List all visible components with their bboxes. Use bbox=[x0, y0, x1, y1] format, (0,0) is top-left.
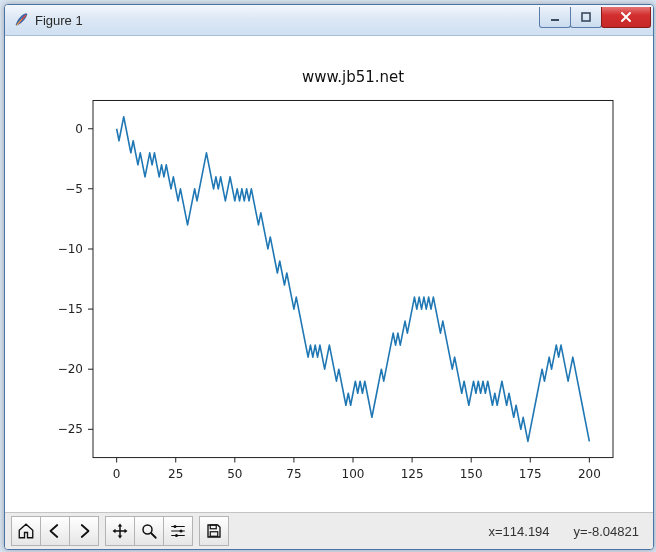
home-button[interactable] bbox=[11, 516, 41, 546]
svg-text:−20: −20 bbox=[58, 362, 83, 376]
svg-point-36 bbox=[175, 534, 178, 537]
svg-text:0: 0 bbox=[113, 467, 121, 481]
maximize-button[interactable] bbox=[570, 7, 602, 28]
svg-rect-38 bbox=[210, 532, 218, 537]
svg-rect-0 bbox=[551, 19, 559, 21]
svg-text:150: 150 bbox=[460, 467, 483, 481]
forward-button[interactable] bbox=[69, 516, 99, 546]
cursor-x: x=114.194 bbox=[488, 524, 549, 539]
home-icon bbox=[17, 522, 35, 540]
svg-text:25: 25 bbox=[168, 467, 183, 481]
svg-text:75: 75 bbox=[286, 467, 301, 481]
configure-button[interactable] bbox=[163, 516, 193, 546]
sliders-icon bbox=[169, 522, 187, 540]
cursor-y: y=-8.04821 bbox=[574, 524, 639, 539]
minimize-button[interactable] bbox=[539, 7, 571, 28]
svg-text:−5: −5 bbox=[65, 182, 83, 196]
chart-title: www.jb51.net bbox=[302, 68, 404, 86]
svg-text:125: 125 bbox=[401, 467, 424, 481]
svg-text:−10: −10 bbox=[58, 242, 83, 256]
svg-text:50: 50 bbox=[227, 467, 242, 481]
svg-rect-37 bbox=[210, 525, 216, 529]
line-chart: www.jb51.net02550751001251501752000−5−10… bbox=[15, 44, 643, 508]
titlebar[interactable]: Figure 1 bbox=[5, 5, 653, 36]
pan-button[interactable] bbox=[105, 516, 135, 546]
svg-text:200: 200 bbox=[578, 467, 601, 481]
figure-canvas[interactable]: www.jb51.net02550751001251501752000−5−10… bbox=[5, 36, 653, 512]
forward-icon bbox=[75, 522, 93, 540]
back-button[interactable] bbox=[40, 516, 70, 546]
save-icon bbox=[205, 522, 223, 540]
save-button[interactable] bbox=[199, 516, 229, 546]
cursor-coords: x=114.194 y=-8.04821 bbox=[488, 524, 647, 539]
svg-point-35 bbox=[180, 530, 183, 533]
back-icon bbox=[46, 522, 64, 540]
toolbar-group-2 bbox=[105, 516, 193, 546]
zoom-button[interactable] bbox=[134, 516, 164, 546]
window-controls bbox=[540, 7, 651, 27]
series-line bbox=[117, 117, 590, 442]
close-button[interactable] bbox=[601, 7, 651, 28]
figure-window: Figure 1 www.jb51.net0255075100125150175… bbox=[4, 4, 654, 550]
svg-text:−15: −15 bbox=[58, 302, 83, 316]
svg-text:0: 0 bbox=[75, 122, 83, 136]
zoom-icon bbox=[140, 522, 158, 540]
svg-text:175: 175 bbox=[519, 467, 542, 481]
svg-text:100: 100 bbox=[342, 467, 365, 481]
svg-point-34 bbox=[174, 525, 177, 528]
window-title: Figure 1 bbox=[35, 13, 540, 28]
navigation-toolbar: x=114.194 y=-8.04821 bbox=[5, 512, 653, 549]
move-icon bbox=[111, 522, 129, 540]
svg-rect-1 bbox=[582, 13, 590, 21]
toolbar-group-1 bbox=[11, 516, 99, 546]
tk-feather-icon bbox=[13, 12, 29, 28]
svg-text:−25: −25 bbox=[58, 422, 83, 436]
toolbar-group-3 bbox=[199, 516, 229, 546]
